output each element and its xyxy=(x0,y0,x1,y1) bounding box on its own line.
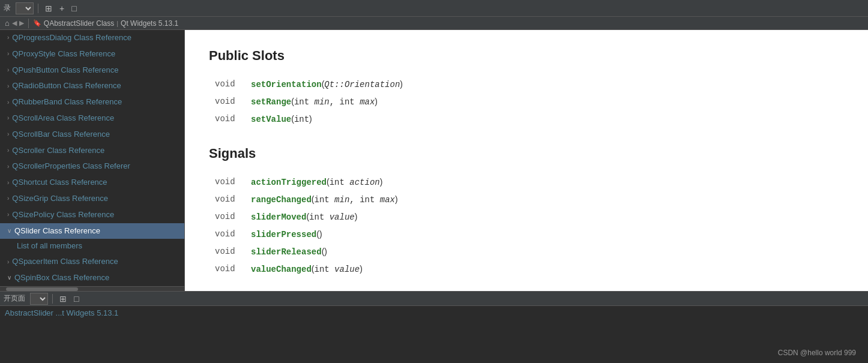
member-link[interactable]: sliderMoved xyxy=(251,212,306,222)
return-type: void xyxy=(209,243,245,260)
member-table-1: voidactionTriggered(int action)voidrange… xyxy=(209,173,844,278)
sidebar: ›QProgressDialog Class Reference›QProxyS… xyxy=(0,30,185,291)
bottom-sep xyxy=(52,294,53,304)
table-row: voidsetValue(int) xyxy=(209,110,844,128)
sidebar-item-label-15: QSpinBox Class Reference xyxy=(14,272,109,284)
arrow-icon-4: › xyxy=(7,98,9,107)
home-icon[interactable]: ⌂ xyxy=(5,19,10,28)
sidebar-item-4[interactable]: ›QRubberBand Class Reference xyxy=(0,94,184,110)
return-type: void xyxy=(209,76,245,93)
sidebar-item-label-4: QRubberBand Class Reference xyxy=(12,96,122,109)
breadcrumb-bar: ⌂ ◀ ▶ 🔖 QAbstractSlider Class | Qt Widge… xyxy=(0,17,868,30)
arrow-icon-14: › xyxy=(7,257,9,267)
sidebar-item-2[interactable]: ›QPushButton Class Reference xyxy=(0,62,184,79)
arrow-icon-5: › xyxy=(7,113,9,123)
table-row: voidsliderReleased() xyxy=(209,243,844,260)
return-type: void xyxy=(209,110,245,128)
sidebar-item-9[interactable]: ›QShortcut Class Reference xyxy=(0,175,184,191)
sidebar-item-8[interactable]: ›QScrollerProperties Class Referer xyxy=(0,158,184,175)
bottom-split-icon[interactable]: ⊞ xyxy=(57,293,69,304)
sidebar-item-1[interactable]: ›QProxyStyle Class Reference xyxy=(0,46,184,62)
arrow-icon-1: › xyxy=(7,49,9,59)
split-window-icon[interactable]: ⊞ xyxy=(43,3,55,14)
member-link[interactable]: actionTriggered xyxy=(251,178,327,187)
arrow-icon-12: ∨ xyxy=(7,226,11,236)
breadcrumb-sep1 xyxy=(28,19,29,28)
sidebar-content[interactable]: ›QProgressDialog Class Reference›QProxyS… xyxy=(0,30,184,286)
close-panel-icon[interactable]: □ xyxy=(69,3,79,14)
member-signature: setRange(int min, int max) xyxy=(245,93,844,110)
sidebar-horizontal-scrollbar[interactable] xyxy=(0,286,184,291)
toolbar-sep xyxy=(38,4,38,13)
member-link[interactable]: sliderReleased xyxy=(251,247,322,257)
arrow-icon-15: ∨ xyxy=(7,273,11,283)
sidebar-item-label-8: QScrollerProperties Class Referer xyxy=(12,160,130,173)
return-type: void xyxy=(209,208,245,226)
bottom-select[interactable] xyxy=(30,293,48,305)
arrow-icon-10: › xyxy=(7,194,9,203)
content-area[interactable]: Public SlotsvoidsetOrientation(Qt::Orien… xyxy=(185,30,868,291)
sidebar-item-10[interactable]: ›QSizeGrip Class Reference xyxy=(0,191,184,207)
sidebar-item-7[interactable]: ›QScroller Class Reference xyxy=(0,143,184,159)
member-signature: rangeChanged(int min, int max) xyxy=(245,191,844,208)
member-signature: valueChanged(int value) xyxy=(245,260,844,278)
return-type: void xyxy=(209,226,245,243)
arrow-icon-9: › xyxy=(7,178,9,188)
bottom-toolbar: 开页面 ⊞ □ xyxy=(0,292,868,306)
arrow-icon-7: › xyxy=(7,146,9,155)
watermark: CSDN @hello world 999 xyxy=(778,349,856,357)
scrollbar-thumb xyxy=(6,287,78,291)
sidebar-item-5[interactable]: ›QScrollArea Class Reference xyxy=(0,110,184,127)
sidebar-item-14[interactable]: ›QSpacerItem Class Reference xyxy=(0,254,184,270)
member-link[interactable]: sliderPressed xyxy=(251,230,316,239)
main-area: ›QProgressDialog Class Reference›QProxyS… xyxy=(0,30,868,291)
bottom-panel: 开页面 ⊞ □ AbstractSlider ...t Widgets 5.13… xyxy=(0,291,868,363)
member-link[interactable]: rangeChanged xyxy=(251,195,312,205)
table-row: voidsliderMoved(int value) xyxy=(209,208,844,226)
sidebar-item-6[interactable]: ›QScrollBar Class Reference xyxy=(0,127,184,143)
toolbar-label: 录 xyxy=(4,3,11,13)
member-signature: setOrientation(Qt::Orientation) xyxy=(245,76,844,93)
table-row: voidvalueChanged(int value) xyxy=(209,260,844,278)
member-signature: actionTriggered(int action) xyxy=(245,173,844,191)
breadcrumb-divider: | xyxy=(116,20,118,27)
sidebar-item-label-11: QSizePolicy Class Reference xyxy=(12,209,114,221)
sidebar-item-label-14: QSpacerItem Class Reference xyxy=(12,256,118,268)
sidebar-item-3[interactable]: ›QRadioButton Class Reference xyxy=(0,78,184,94)
sidebar-item-15[interactable]: ∨QSpinBox Class Reference xyxy=(0,270,184,286)
member-link[interactable]: setRange xyxy=(251,97,291,107)
arrow-icon-0: › xyxy=(7,33,9,43)
table-row: voidactionTriggered(int action) xyxy=(209,173,844,191)
sidebar-item-label-12: QSlider Class Reference xyxy=(14,225,100,238)
toolbar-select[interactable] xyxy=(16,2,34,14)
back-icon[interactable]: ◀ xyxy=(12,19,17,27)
section-title-0: Public Slots xyxy=(209,48,844,64)
sidebar-item-11[interactable]: ›QSizePolicy Class Reference xyxy=(0,207,184,223)
arrow-icon-2: › xyxy=(7,65,9,75)
member-link[interactable]: valueChanged xyxy=(251,265,312,274)
forward-icon[interactable]: ▶ xyxy=(19,19,24,27)
bottom-close-icon[interactable]: □ xyxy=(71,293,81,304)
sidebar-item-label-5: QScrollArea Class Reference xyxy=(12,112,114,125)
breadcrumb-title: QAbstractSlider Class xyxy=(44,19,114,28)
sidebar-item-0[interactable]: ›QProgressDialog Class Reference xyxy=(0,30,184,46)
table-row: voidrangeChanged(int min, int max) xyxy=(209,191,844,208)
bottom-label: 开页面 xyxy=(4,293,25,304)
sidebar-subitem-13[interactable]: List of all members xyxy=(0,239,184,254)
member-link[interactable]: setOrientation xyxy=(251,80,322,89)
sidebar-item-label-9: QShortcut Class Reference xyxy=(12,176,107,189)
add-panel-icon[interactable]: + xyxy=(57,3,67,14)
arrow-icon-8: › xyxy=(7,162,9,172)
bottom-item[interactable]: AbstractSlider ...t Widgets 5.13.1 xyxy=(0,306,868,320)
table-row: voidsetOrientation(Qt::Orientation) xyxy=(209,76,844,93)
sidebar-item-label-3: QRadioButton Class Reference xyxy=(12,80,121,92)
member-link[interactable]: setValue xyxy=(251,115,291,124)
sidebar-item-label-2: QPushButton Class Reference xyxy=(12,64,118,77)
bookmark-icon: 🔖 xyxy=(33,19,41,27)
member-table-0: voidsetOrientation(Qt::Orientation)voids… xyxy=(209,76,844,128)
member-signature: sliderMoved(int value) xyxy=(245,208,844,226)
sidebar-item-12[interactable]: ∨QSlider Class Reference xyxy=(0,223,184,239)
table-row: voidsetRange(int min, int max) xyxy=(209,93,844,110)
return-type: void xyxy=(209,93,245,110)
return-type: void xyxy=(209,191,245,208)
